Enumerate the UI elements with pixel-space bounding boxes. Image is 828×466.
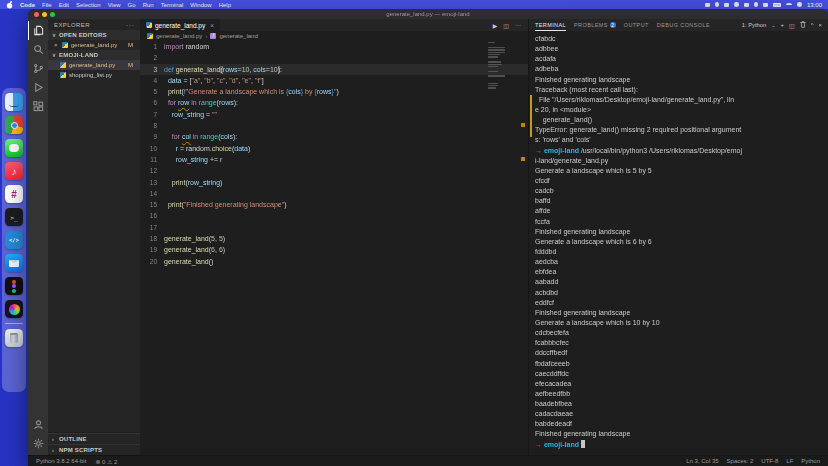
code-line[interactable]: 3def generate_land(rows=10, cols=10): [140, 64, 528, 75]
status-ln[interactable]: Ln 3, Col 35 [686, 458, 718, 464]
code-editor[interactable]: 1import random23def generate_land(rows=1… [140, 40, 528, 455]
section-header-outline[interactable]: ›OUTLINE [48, 433, 140, 444]
maximize-panel-button[interactable]: ^ [811, 22, 814, 28]
status-⊗[interactable]: ⊗ 0 ⚠ 2 [95, 458, 117, 465]
dock-music-icon[interactable]: ♪ [5, 162, 23, 180]
dock-mail-icon[interactable] [5, 254, 23, 272]
wifi-icon[interactable] [786, 3, 792, 7]
code-line[interactable]: 12 [140, 165, 528, 176]
chat-icon[interactable] [715, 2, 720, 7]
menu-item-edit[interactable]: Edit [59, 2, 69, 8]
explorer-more-actions-icon[interactable]: ··· [126, 22, 135, 28]
code-line[interactable]: 6 for row in range(rows): [140, 97, 528, 108]
record-icon[interactable] [744, 3, 749, 7]
section-header-emoji-land[interactable]: ∨EMOJI-LAND [48, 50, 140, 60]
menubar-clock[interactable]: 13:00 [807, 2, 822, 8]
menu-item-go[interactable]: Go [128, 2, 136, 8]
menu-item-file[interactable]: File [42, 2, 52, 8]
dock-messages-icon[interactable] [5, 139, 23, 157]
battery-icon[interactable] [773, 3, 781, 7]
dock-figma-icon[interactable] [5, 277, 23, 295]
code-line[interactable]: 14 [140, 188, 528, 199]
file-item-generate_land.py[interactable]: ×generate_land.pyM [48, 40, 140, 50]
phone-icon[interactable] [754, 2, 759, 7]
menu-item-help[interactable]: Help [219, 2, 231, 8]
terminal-output[interactable]: cfabdcadbbeeacdafaadbebaFinished generat… [529, 31, 828, 455]
menu-item-selection[interactable]: Selection [76, 2, 101, 8]
minimize-window-button[interactable] [42, 12, 47, 17]
editor-tab-generate-land[interactable]: generate_land.py × [140, 19, 221, 31]
code-line[interactable]: 15 print("Finished generating landscape"… [140, 199, 528, 210]
code-line[interactable]: 5 print(f"Generate a landscape which is … [140, 86, 528, 97]
panel-tab-problems[interactable]: PROBLEMS2 [574, 19, 616, 31]
panel-tab-terminal[interactable]: TERMINAL [535, 19, 566, 31]
minimap[interactable] [488, 42, 506, 90]
code-line[interactable]: 10 r = random.choice(data) [140, 143, 528, 154]
section-header-npm-scripts[interactable]: ›NPM SCRIPTS [48, 444, 140, 455]
activity-search-icon[interactable] [28, 40, 48, 59]
status-spaces[interactable]: Spaces: 2 [727, 458, 754, 464]
chevron-down-icon[interactable]: ⌄ [771, 22, 775, 28]
zoom-window-button[interactable] [50, 12, 55, 17]
dock-trash-icon[interactable] [5, 329, 23, 347]
activity-explorer-icon[interactable] [28, 21, 48, 40]
breadcrumb-symbol[interactable]: generate_land [219, 33, 257, 39]
control-center-icon[interactable] [797, 2, 802, 7]
dock-chrome-icon[interactable] [5, 116, 23, 134]
close-tab-icon[interactable]: × [210, 22, 214, 29]
panel-tab-output[interactable]: OUTPUT [624, 19, 649, 31]
window-titlebar[interactable]: generate_land.py — emoji-land [28, 9, 828, 19]
dock-terminal-icon[interactable]: >_ [5, 208, 23, 226]
dock-vscode-icon[interactable]: </> [5, 231, 23, 249]
code-line[interactable]: 13 print(row_string) [140, 177, 528, 188]
menu-item-code[interactable]: Code [20, 2, 35, 8]
status-python[interactable]: Python [801, 458, 820, 464]
status-lf[interactable]: LF [786, 458, 793, 464]
activity-run-debug-icon[interactable] [28, 78, 48, 97]
more-actions-icon[interactable]: ··· [515, 22, 521, 28]
menu-item-window[interactable]: Window [190, 2, 211, 8]
apple-menu-icon[interactable] [6, 1, 13, 9]
code-line[interactable]: 16 [140, 210, 528, 221]
breadcrumb-file[interactable]: generate_land.py [156, 33, 202, 39]
code-line[interactable]: 19generate_land(6, 6) [140, 244, 528, 255]
code-line[interactable]: 9 for col in range(cols): [140, 131, 528, 142]
menu-item-view[interactable]: View [108, 2, 121, 8]
dock-photos-icon[interactable] [5, 300, 23, 318]
activity-settings-icon[interactable] [28, 434, 48, 453]
code-line[interactable]: 7 row_string = "" [140, 109, 528, 120]
code-line[interactable]: 20generate_land() [140, 256, 528, 267]
run-python-file-icon[interactable]: ▶ [493, 22, 498, 29]
activity-source-control-icon[interactable] [28, 59, 48, 78]
split-terminal-button[interactable]: ◫ [789, 22, 795, 29]
file-item-generate_land.py[interactable]: generate_land.pyM [48, 60, 140, 70]
activity-extensions-icon[interactable] [28, 97, 48, 116]
status-utf-8[interactable]: UTF-8 [761, 458, 778, 464]
file-item-shopping_list.py[interactable]: shopping_list.py [48, 70, 140, 80]
new-terminal-button[interactable]: + [780, 22, 784, 28]
code-line[interactable]: 1import random [140, 41, 528, 52]
code-line[interactable]: 17 [140, 222, 528, 233]
code-line[interactable]: 8 [140, 120, 528, 131]
section-header-open-editors[interactable]: ∨OPEN EDITORS [48, 30, 140, 40]
display-icon[interactable] [705, 3, 710, 7]
close-window-button[interactable] [34, 12, 39, 17]
close-editor-icon[interactable]: × [54, 42, 59, 48]
dock-finder-icon[interactable] [5, 93, 23, 111]
search-icon[interactable] [734, 2, 739, 7]
kill-terminal-button[interactable] [800, 21, 806, 29]
menu-item-run[interactable]: Run [143, 2, 154, 8]
close-panel-button[interactable]: × [818, 22, 822, 28]
terminal-shell-selector[interactable]: 1: Python [742, 22, 767, 28]
status-python[interactable]: Python 3.8.2 64-bit [36, 458, 86, 465]
code-line[interactable]: 4 data = ["a", "b", "c", "d", "e", "f"] [140, 75, 528, 86]
activity-account-icon[interactable] [28, 415, 48, 434]
code-line[interactable]: 2 [140, 52, 528, 63]
refresh-icon[interactable] [724, 3, 729, 7]
menu-item-terminal[interactable]: Terminal [161, 2, 184, 8]
dock-slack-icon[interactable]: # [5, 185, 23, 203]
code-line[interactable]: 11 row_string += r [140, 154, 528, 165]
split-editor-icon[interactable]: ◫ [503, 22, 509, 29]
code-line[interactable]: 18generate_land(5, 5) [140, 233, 528, 244]
panel-tab-debug-console[interactable]: DEBUG CONSOLE [657, 19, 710, 31]
